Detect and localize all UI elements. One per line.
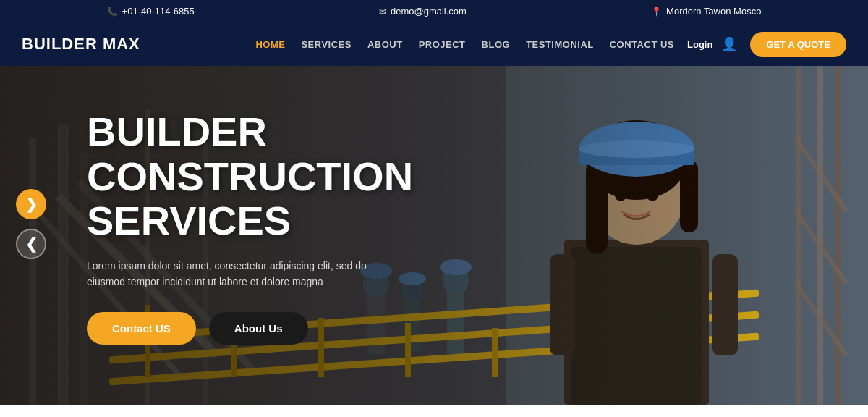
hero-title-line2: CONSTRUCTION: [87, 153, 413, 199]
nav-item-home[interactable]: HOME: [255, 38, 285, 51]
navbar: BUILDER MAX HOME SERVICES ABOUT PROJECT …: [0, 22, 868, 66]
get-quote-button[interactable]: GET A QUOTE: [750, 32, 846, 57]
email-info: ✉ demo@gmail.com: [379, 6, 467, 17]
nav-link-about[interactable]: ABOUT: [367, 39, 403, 50]
nav-item-about[interactable]: ABOUT: [367, 38, 403, 51]
hero-title: BUILDER CONSTRUCTION SERVICES: [87, 109, 413, 243]
brand-logo[interactable]: BUILDER MAX: [22, 35, 140, 54]
email-address: demo@gmail.com: [391, 6, 467, 17]
location-icon: 📍: [651, 7, 662, 17]
carousel-prev-button[interactable]: ❮: [16, 229, 46, 259]
nav-link-project[interactable]: PROJECT: [419, 39, 466, 50]
hero-title-line1: BUILDER: [87, 109, 267, 154]
hero-title-line3: SERVICES: [87, 198, 291, 243]
nav-item-contact[interactable]: CONTACT US: [610, 38, 674, 51]
location-info: 📍 Mordern Tawon Mosco: [651, 6, 761, 17]
contact-us-button[interactable]: Contact US: [87, 312, 196, 345]
nav-link-home[interactable]: HOME: [255, 39, 285, 50]
about-us-button[interactable]: About Us: [209, 312, 308, 345]
phone-number: +01-40-114-6855: [122, 6, 195, 17]
nav-item-testimonial[interactable]: TESTIMONIAL: [526, 38, 594, 51]
hero-section: BUILDER CONSTRUCTION SERVICES Lorem ipsu…: [0, 66, 868, 405]
nav-item-services[interactable]: SERVICES: [301, 38, 352, 51]
nav-link-testimonial[interactable]: TESTIMONIAL: [526, 39, 594, 50]
nav-item-project[interactable]: PROJECT: [419, 38, 466, 51]
hero-content: BUILDER CONSTRUCTION SERVICES Lorem ipsu…: [87, 109, 413, 345]
nav-links: HOME SERVICES ABOUT PROJECT BLOG TESTIMO…: [255, 38, 674, 51]
phone-info: 📞 +01-40-114-6855: [107, 6, 195, 17]
user-icon[interactable]: 👤: [721, 36, 737, 52]
nav-link-services[interactable]: SERVICES: [301, 39, 352, 50]
location-text: Mordern Tawon Mosco: [666, 6, 761, 17]
carousel-next-button[interactable]: ❯: [16, 189, 46, 219]
phone-icon: 📞: [107, 7, 118, 17]
login-link[interactable]: Login: [687, 39, 712, 50]
email-icon: ✉: [379, 7, 386, 17]
hero-description: Lorem ipsum dolor sit amet, consectetur …: [87, 258, 391, 290]
nav-link-contact[interactable]: CONTACT US: [610, 39, 674, 50]
nav-item-blog[interactable]: BLOG: [482, 38, 511, 51]
top-bar: 📞 +01-40-114-6855 ✉ demo@gmail.com 📍 Mor…: [0, 0, 868, 22]
nav-link-blog[interactable]: BLOG: [482, 39, 511, 50]
hero-buttons: Contact US About Us: [87, 312, 413, 345]
